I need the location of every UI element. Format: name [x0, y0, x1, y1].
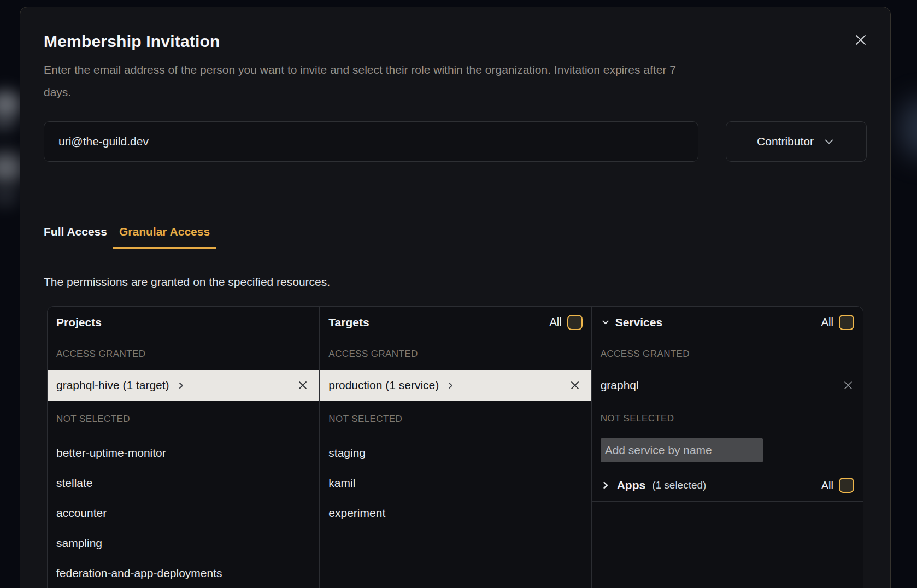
access-tabs: Full Access Granular Access: [44, 216, 867, 248]
targets-list: staging kamil experiment: [320, 438, 591, 528]
apps-section-row[interactable]: Apps (1 selected) All: [592, 469, 863, 502]
remove-target-button[interactable]: [569, 380, 580, 391]
projects-access-granted-label: ACCESS GRANTED: [48, 338, 319, 370]
apps-selected-count: (1 selected): [652, 479, 706, 491]
apps-all-checkbox[interactable]: [839, 478, 854, 493]
background-blur: [0, 187, 19, 207]
target-item[interactable]: staging: [320, 438, 591, 468]
granted-service-row: graphql: [592, 370, 863, 400]
tab-granular-access[interactable]: Granular Access: [113, 216, 216, 249]
projects-column: Projects ACCESS GRANTED graphql-hive (1 …: [48, 307, 319, 588]
permissions-note: The permissions are granted on the speci…: [44, 273, 867, 291]
services-column: Services All ACCESS GRANTED graphql NOT …: [591, 307, 863, 588]
targets-column: Targets All ACCESS GRANTED production (1…: [319, 307, 591, 588]
chevron-down-icon: [822, 135, 836, 148]
chevron-right-icon: [177, 381, 185, 390]
services-all-checkbox[interactable]: [839, 315, 854, 330]
remove-project-button[interactable]: [297, 380, 308, 391]
selected-target-label: production (1 service): [328, 379, 439, 392]
invite-form-row: Contributor: [44, 121, 867, 162]
selected-target-row[interactable]: production (1 service): [320, 370, 591, 401]
project-item[interactable]: better-uptime-monitor: [48, 438, 319, 468]
chevron-down-icon: [601, 317, 610, 327]
dialog-description: Enter the email address of the person yo…: [44, 58, 867, 103]
granted-service-label: graphql: [601, 379, 639, 392]
role-dropdown[interactable]: Contributor: [726, 121, 867, 162]
close-icon: [569, 380, 580, 391]
background-blur: [0, 115, 16, 131]
membership-invitation-dialog: Membership Invitation Enter the email ad…: [20, 7, 891, 588]
email-field[interactable]: [44, 121, 698, 162]
projects-header-label: Projects: [56, 316, 102, 329]
services-all-label: All: [821, 316, 833, 328]
target-item[interactable]: kamil: [320, 468, 591, 498]
targets-all-label: All: [549, 316, 561, 328]
targets-all-control[interactable]: All: [549, 315, 582, 330]
services-access-granted-label: ACCESS GRANTED: [592, 338, 863, 370]
role-dropdown-value: Contributor: [757, 135, 814, 148]
targets-not-selected-label: NOT SELECTED: [320, 401, 591, 438]
project-item[interactable]: stellate: [48, 468, 319, 498]
project-item[interactable]: sampling: [48, 528, 319, 558]
services-not-selected-label: NOT SELECTED: [592, 400, 863, 437]
project-item[interactable]: federation-and-app-deployments: [48, 558, 319, 588]
remove-service-button[interactable]: [842, 379, 854, 391]
apps-all-control[interactable]: All: [821, 478, 854, 493]
chevron-right-icon: [446, 381, 455, 390]
tab-full-access[interactable]: Full Access: [44, 216, 113, 249]
targets-header-label: Targets: [328, 316, 369, 329]
background-blur: [900, 98, 917, 158]
apps-header-label: Apps: [617, 479, 646, 492]
targets-header: Targets All: [320, 307, 591, 338]
target-item[interactable]: experiment: [320, 498, 591, 528]
apps-all-label: All: [821, 479, 833, 492]
resource-selector: Projects ACCESS GRANTED graphql-hive (1 …: [47, 306, 863, 588]
services-all-control[interactable]: All: [821, 315, 854, 330]
close-button[interactable]: [852, 31, 869, 49]
chevron-right-icon: [601, 480, 610, 490]
projects-list: better-uptime-monitor stellate accounter…: [48, 438, 319, 588]
services-header-label: Services: [615, 316, 662, 329]
selected-project-label: graphql-hive (1 target): [56, 379, 169, 392]
project-item[interactable]: accounter: [48, 498, 319, 528]
dialog-title: Membership Invitation: [44, 7, 867, 51]
services-header[interactable]: Services All: [592, 307, 863, 338]
close-icon: [842, 379, 854, 391]
targets-access-granted-label: ACCESS GRANTED: [320, 338, 591, 370]
projects-header: Projects: [48, 307, 319, 338]
close-icon: [297, 380, 308, 391]
background-blur: [0, 91, 21, 118]
projects-not-selected-label: NOT SELECTED: [48, 401, 319, 438]
close-icon: [853, 32, 868, 48]
targets-all-checkbox[interactable]: [567, 315, 583, 330]
add-service-input[interactable]: [601, 438, 763, 462]
selected-project-row[interactable]: graphql-hive (1 target): [48, 370, 319, 401]
